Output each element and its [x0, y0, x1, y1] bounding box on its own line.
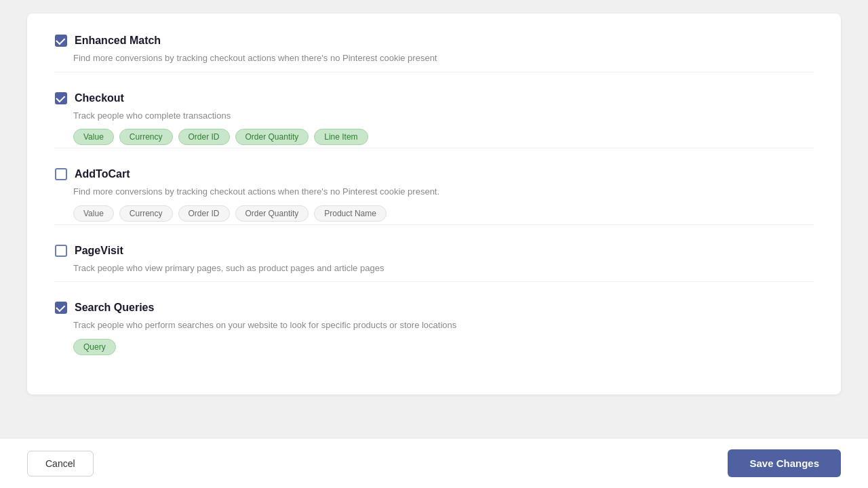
tag-order-id: Order ID [178, 205, 230, 222]
tag-order-quantity: Order Quantity [235, 129, 309, 145]
section-title-page-visit: PageVisit [75, 245, 123, 257]
section-enhanced-match: Enhanced MatchFind more conversions by t… [54, 34, 814, 73]
divider-1 [54, 148, 814, 148]
checkbox-wrapper-search-queries [54, 301, 68, 314]
section-header-enhanced-match: Enhanced Match [54, 34, 814, 47]
divider-2 [54, 224, 814, 225]
checkbox-add-to-cart[interactable] [55, 168, 67, 180]
tag-order-id: Order ID [178, 129, 230, 145]
section-header-checkout: Checkout [54, 92, 814, 105]
checkbox-wrapper-page-visit [54, 244, 68, 258]
checkbox-checkout[interactable] [55, 92, 67, 104]
tag-query: Query [73, 339, 116, 355]
tag-line-item: Line Item [314, 129, 368, 145]
tag-currency: Currency [119, 205, 173, 222]
section-tags-checkout: ValueCurrencyOrder IDOrder QuantityLine … [73, 129, 814, 145]
checkbox-wrapper-checkout [54, 92, 68, 105]
section-description-page-visit: Track people who view primary pages, suc… [73, 262, 814, 275]
section-tags-search-queries: Query [73, 339, 814, 355]
checkbox-search-queries[interactable] [55, 302, 67, 314]
checkbox-wrapper-enhanced-match [54, 34, 68, 47]
section-description-checkout: Track people who complete transactions [73, 109, 814, 123]
section-header-page-visit: PageVisit [54, 244, 814, 258]
main-content: Enhanced MatchFind more conversions by t… [0, 0, 868, 438]
checkbox-enhanced-match[interactable] [55, 35, 67, 47]
section-page-visit: PageVisitTrack people who view primary p… [54, 244, 814, 283]
section-description-enhanced-match: Find more conversions by tracking checko… [73, 52, 814, 65]
section-checkout: CheckoutTrack people who complete transa… [54, 92, 814, 149]
section-description-add-to-cart: Find more conversions by tracking checko… [73, 185, 814, 199]
checkbox-wrapper-add-to-cart [54, 167, 68, 181]
section-header-search-queries: Search Queries [54, 301, 814, 314]
section-header-add-to-cart: AddToCart [54, 167, 814, 181]
save-changes-button[interactable]: Save Changes [728, 449, 841, 477]
footer: Cancel Save Changes [0, 438, 868, 488]
section-title-checkout: Checkout [75, 92, 124, 104]
cancel-button[interactable]: Cancel [27, 451, 94, 476]
section-title-add-to-cart: AddToCart [75, 168, 130, 180]
checkbox-page-visit[interactable] [55, 245, 67, 257]
divider-0 [54, 72, 814, 73]
section-search-queries: Search QueriesTrack people who perform s… [54, 301, 814, 355]
tag-product-name: Product Name [314, 205, 387, 222]
settings-card: Enhanced MatchFind more conversions by t… [27, 14, 841, 394]
section-description-search-queries: Track people who perform searches on you… [73, 319, 814, 332]
divider-3 [54, 281, 814, 282]
tag-value: Value [73, 129, 114, 145]
tag-currency: Currency [119, 129, 173, 145]
section-add-to-cart: AddToCartFind more conversions by tracki… [54, 167, 814, 225]
section-title-search-queries: Search Queries [75, 302, 154, 314]
section-tags-add-to-cart: ValueCurrencyOrder IDOrder QuantityProdu… [73, 205, 814, 222]
tag-value: Value [73, 205, 114, 222]
section-title-enhanced-match: Enhanced Match [75, 35, 161, 47]
tag-order-quantity: Order Quantity [235, 205, 309, 222]
